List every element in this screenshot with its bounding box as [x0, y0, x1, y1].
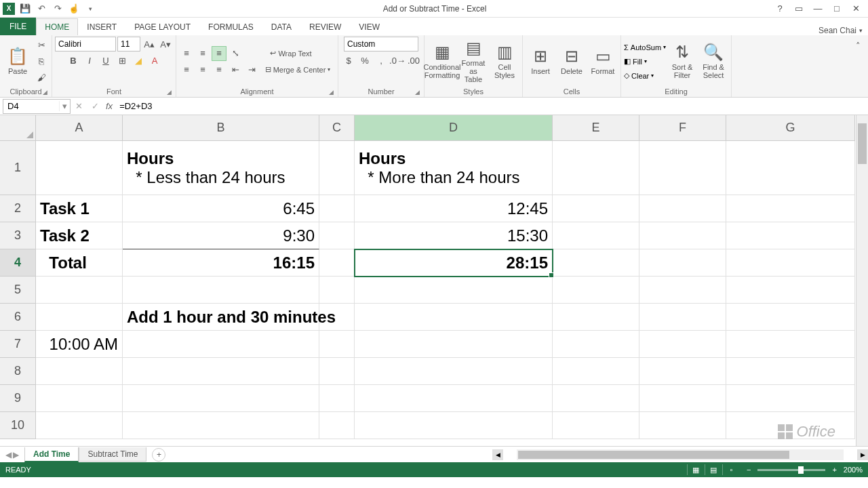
- cell-c7[interactable]: [319, 331, 355, 358]
- tab-file[interactable]: FILE: [0, 18, 36, 35]
- column-header-g[interactable]: G: [726, 115, 855, 141]
- row-header-8[interactable]: 8: [0, 358, 36, 385]
- align-bottom-icon[interactable]: ≡: [212, 46, 226, 61]
- decrease-decimal-icon[interactable]: .00: [406, 53, 421, 68]
- hscroll-right-icon[interactable]: ▶: [857, 449, 868, 460]
- sort-filter-button[interactable]: ⇅Sort & Filter: [667, 38, 697, 85]
- number-format-select[interactable]: [344, 37, 418, 52]
- font-color-icon[interactable]: A: [147, 53, 162, 68]
- cell-a1[interactable]: [36, 141, 123, 195]
- normal-view-icon[interactable]: ▦: [687, 464, 705, 475]
- align-left-icon[interactable]: ≡: [179, 62, 194, 77]
- format-painter-icon[interactable]: 🖌: [34, 70, 49, 85]
- tab-data[interactable]: DATA: [262, 18, 300, 35]
- zoom-in-icon[interactable]: +: [832, 466, 836, 474]
- cell-c10[interactable]: [319, 412, 355, 439]
- comma-icon[interactable]: ,: [374, 53, 389, 68]
- cell-a10[interactable]: [36, 412, 123, 439]
- format-cells-button[interactable]: ▭Format: [588, 38, 618, 85]
- cell-b5[interactable]: [123, 277, 319, 304]
- cell-a8[interactable]: [36, 358, 123, 385]
- cell-b7[interactable]: [123, 331, 319, 358]
- percent-icon[interactable]: %: [357, 53, 372, 68]
- merge-center-button[interactable]: ⊟Merge & Center▾: [260, 62, 335, 77]
- column-header-b[interactable]: B: [123, 115, 319, 141]
- formula-input[interactable]: [115, 99, 868, 114]
- cell-d7[interactable]: [355, 331, 553, 358]
- cut-icon[interactable]: ✂: [34, 38, 49, 53]
- clipboard-launcher-icon[interactable]: ◢: [43, 89, 47, 96]
- align-right-icon[interactable]: ≡: [212, 62, 226, 77]
- accounting-icon[interactable]: $: [341, 53, 356, 68]
- page-layout-view-icon[interactable]: ▤: [705, 464, 722, 475]
- cell-e5[interactable]: [553, 277, 639, 304]
- cell-g9[interactable]: [726, 385, 855, 412]
- fill-color-icon[interactable]: ◢: [131, 53, 146, 68]
- cell-c1[interactable]: [319, 141, 355, 195]
- cell-g5[interactable]: [726, 277, 855, 304]
- column-header-c[interactable]: C: [319, 115, 355, 141]
- select-all-corner[interactable]: [0, 115, 36, 141]
- align-top-icon[interactable]: ≡: [179, 46, 194, 61]
- cell-d10[interactable]: [355, 412, 553, 439]
- cell-f1[interactable]: [639, 141, 726, 195]
- insert-cells-button[interactable]: ⊞Insert: [526, 38, 555, 85]
- cell-d3[interactable]: 15:30: [355, 222, 553, 249]
- cell-b4[interactable]: 16:15: [123, 249, 319, 277]
- cell-d6[interactable]: [355, 304, 553, 331]
- cell-b8[interactable]: [123, 358, 319, 385]
- decrease-indent-icon[interactable]: ⇤: [228, 62, 243, 77]
- cell-c3[interactable]: [319, 222, 355, 249]
- cell-e1[interactable]: [553, 141, 639, 195]
- cell-f6[interactable]: [639, 304, 726, 331]
- qat-customize-icon[interactable]: ▾: [84, 3, 96, 15]
- cell-b3[interactable]: 9:30: [123, 222, 319, 249]
- row-header-5[interactable]: 5: [0, 277, 36, 304]
- cell-f9[interactable]: [639, 385, 726, 412]
- column-header-a[interactable]: A: [36, 115, 123, 141]
- copy-icon[interactable]: ⎘: [34, 54, 49, 69]
- wrap-text-button[interactable]: ↩Wrap Text: [260, 46, 321, 61]
- fx-icon[interactable]: fx: [103, 101, 115, 111]
- zoom-level[interactable]: 200%: [844, 466, 863, 474]
- sheet-nav-next-icon[interactable]: ▶: [13, 450, 19, 460]
- user-name[interactable]: Sean Chai: [818, 26, 856, 35]
- vertical-scrollbar-thumb[interactable]: [858, 123, 867, 164]
- align-middle-icon[interactable]: ≡: [195, 46, 210, 61]
- ribbon-options-icon[interactable]: ▭: [792, 2, 806, 16]
- cell-e2[interactable]: [553, 195, 639, 222]
- cell-f10[interactable]: [639, 412, 726, 439]
- fill-button[interactable]: ◧ Fill ▾: [624, 55, 666, 68]
- bold-button[interactable]: B: [66, 53, 81, 68]
- close-icon[interactable]: ✕: [849, 2, 863, 16]
- column-header-f[interactable]: F: [639, 115, 726, 141]
- cell-styles-button[interactable]: ▥Cell Styles: [490, 38, 519, 85]
- underline-button[interactable]: U: [98, 53, 113, 68]
- help-icon[interactable]: ?: [773, 2, 787, 16]
- cell-b9[interactable]: [123, 385, 319, 412]
- cell-a9[interactable]: [36, 385, 123, 412]
- decrease-font-icon[interactable]: A▾: [158, 37, 173, 52]
- cell-f7[interactable]: [639, 331, 726, 358]
- tab-review[interactable]: REVIEW: [300, 18, 350, 35]
- tab-view[interactable]: VIEW: [350, 18, 389, 35]
- row-header-7[interactable]: 7: [0, 331, 36, 358]
- cell-c6[interactable]: [319, 304, 355, 331]
- minimize-icon[interactable]: —: [811, 2, 825, 16]
- format-as-table-button[interactable]: ▤Format as Table: [458, 38, 488, 85]
- autosum-button[interactable]: Σ AutoSum ▾: [624, 41, 666, 54]
- cell-b6[interactable]: Add 1 hour and 30 minutes: [123, 304, 319, 331]
- cell-b1[interactable]: Hours * Less than 24 hours: [123, 141, 319, 195]
- touch-mode-icon[interactable]: ☝: [68, 3, 80, 15]
- vertical-scrollbar[interactable]: [856, 115, 868, 446]
- cell-a3[interactable]: Task 2: [36, 222, 123, 249]
- cell-a2[interactable]: Task 1: [36, 195, 123, 222]
- italic-button[interactable]: I: [82, 53, 97, 68]
- cell-f8[interactable]: [639, 358, 726, 385]
- row-header-4[interactable]: 4: [0, 249, 36, 277]
- alignment-launcher-icon[interactable]: ◢: [329, 89, 334, 96]
- cell-a4[interactable]: Total: [36, 249, 123, 277]
- cell-g6[interactable]: [726, 304, 855, 331]
- tab-insert[interactable]: INSERT: [78, 18, 125, 35]
- cell-a6[interactable]: [36, 304, 123, 331]
